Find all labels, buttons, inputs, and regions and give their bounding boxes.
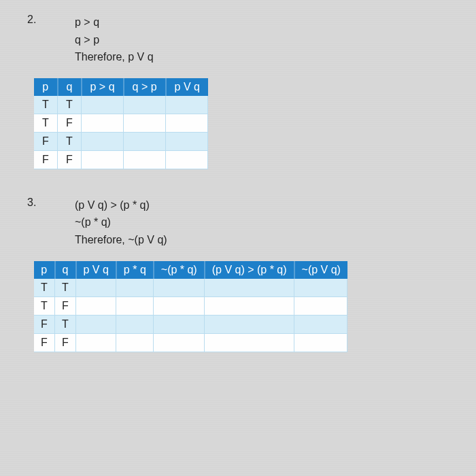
col-header: p > q — [82, 78, 124, 96]
cell: T — [34, 279, 55, 297]
cell — [116, 279, 154, 297]
col-header: ~(p V q) — [294, 261, 347, 279]
cell: T — [58, 96, 82, 114]
cell: F — [34, 132, 58, 150]
cell — [166, 150, 208, 169]
table-row: T T — [34, 279, 347, 297]
cell — [294, 315, 347, 333]
problem-premises: p > q q > p Therefore, p V q — [75, 14, 154, 66]
cell — [294, 279, 347, 297]
premise-line: Therefore, p V q — [75, 48, 154, 66]
table-row: T F — [34, 114, 208, 132]
cell: F — [58, 114, 82, 132]
cell — [166, 114, 208, 132]
problem-number: 2. — [27, 14, 75, 66]
cell — [205, 315, 294, 333]
col-header: p — [34, 261, 55, 279]
cell — [205, 333, 294, 352]
problem-3: 3. (p V q) > (p * q) ~(p * q) Therefore,… — [27, 197, 449, 249]
cell — [294, 296, 347, 315]
cell — [82, 114, 124, 132]
premise-line: (p V q) > (p * q) — [75, 197, 167, 214]
cell — [82, 150, 124, 169]
col-header: p * q — [116, 261, 154, 279]
premise-line: p > q — [75, 14, 154, 31]
table-header-row: p q p V q p * q ~(p * q) (p V q) > (p * … — [34, 261, 347, 279]
table-header-row: p q p > q q > p p V q — [34, 78, 208, 96]
col-header: p V q — [166, 78, 208, 96]
cell: T — [34, 296, 55, 315]
cell: T — [55, 279, 76, 297]
table-row: F T — [34, 132, 208, 150]
premise-line: q > p — [75, 31, 154, 49]
cell — [154, 333, 205, 352]
truth-table-3: p q p V q p * q ~(p * q) (p V q) > (p * … — [34, 261, 347, 352]
cell — [154, 296, 205, 315]
cell: F — [34, 315, 55, 333]
col-header: (p V q) > (p * q) — [205, 261, 294, 279]
premise-line: Therefore, ~(p V q) — [75, 231, 167, 249]
col-header: q — [55, 261, 76, 279]
cell: F — [34, 333, 55, 352]
cell — [166, 96, 208, 114]
cell — [124, 96, 166, 114]
cell — [76, 315, 116, 333]
table-row: F F — [34, 150, 208, 169]
cell: T — [34, 114, 58, 132]
col-header: p — [34, 78, 58, 96]
cell — [116, 296, 154, 315]
col-header: p V q — [76, 261, 116, 279]
cell — [154, 279, 205, 297]
col-header: q > p — [124, 78, 166, 96]
cell — [124, 114, 166, 132]
cell — [205, 279, 294, 297]
cell — [116, 315, 154, 333]
cell — [205, 296, 294, 315]
cell — [82, 132, 124, 150]
problem-number: 3. — [27, 197, 75, 249]
col-header: ~(p * q) — [154, 261, 205, 279]
table-row: F T — [34, 315, 347, 333]
cell — [154, 315, 205, 333]
cell: T — [58, 132, 82, 150]
page-content: 2. p > q q > p Therefore, p V q p q p > … — [0, 0, 476, 390]
cell — [124, 150, 166, 169]
cell: F — [55, 296, 76, 315]
table-row: T F — [34, 296, 347, 315]
cell — [76, 296, 116, 315]
premise-line: ~(p * q) — [75, 214, 167, 231]
cell — [76, 279, 116, 297]
cell — [116, 333, 154, 352]
cell: F — [58, 150, 82, 169]
table-row: T T — [34, 96, 208, 114]
cell — [294, 333, 347, 352]
table-row: F F — [34, 333, 347, 352]
cell: F — [34, 150, 58, 169]
cell — [166, 132, 208, 150]
problem-premises: (p V q) > (p * q) ~(p * q) Therefore, ~(… — [75, 197, 167, 249]
col-header: q — [58, 78, 82, 96]
cell — [76, 333, 116, 352]
cell: F — [55, 333, 76, 352]
truth-table-2: p q p > q q > p p V q T T T F — [34, 78, 208, 169]
cell: T — [34, 96, 58, 114]
cell — [124, 132, 166, 150]
cell — [82, 96, 124, 114]
problem-2: 2. p > q q > p Therefore, p V q — [27, 14, 449, 66]
cell: T — [55, 315, 76, 333]
